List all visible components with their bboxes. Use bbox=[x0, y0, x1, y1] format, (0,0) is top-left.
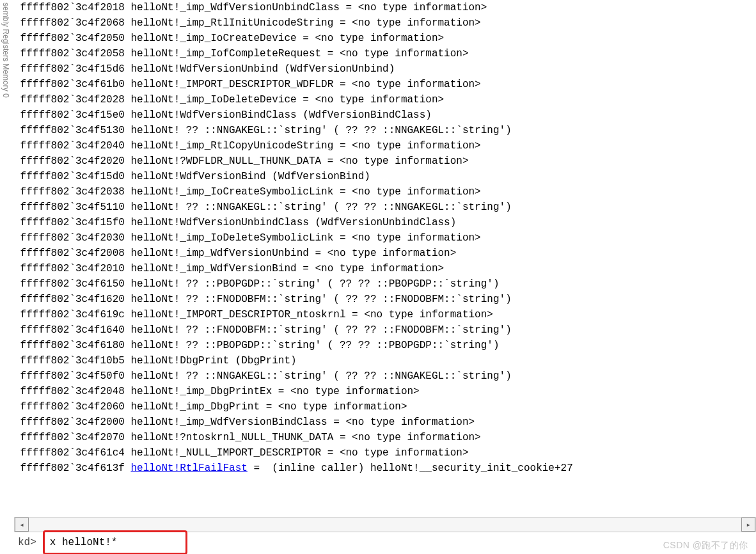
output-line: fffff802`3c4f2028 helloNt!_imp_IoDeleteD… bbox=[14, 92, 756, 107]
output-line: fffff802`3c4f2038 helloNt!_imp_IoCreateS… bbox=[14, 184, 756, 200]
output-line: fffff802`3c4f2040 helloNt!_imp_RtlCopyUn… bbox=[14, 138, 756, 154]
output-line: fffff802`3c4f15d6 helloNt!WdfVersionUnbi… bbox=[14, 61, 756, 77]
triangle-left-icon: ◂ bbox=[19, 520, 24, 530]
output-line: fffff802`3c4f2030 helloNt!_imp_IoDeleteS… bbox=[14, 230, 756, 246]
command-output-area[interactable]: fffff802`3c4f2018 helloNt!_imp_WdfVersio… bbox=[14, 0, 756, 516]
output-line: fffff802`3c4f619c helloNt!_IMPORT_DESCRI… bbox=[14, 307, 756, 322]
triangle-right-icon: ▸ bbox=[746, 520, 750, 530]
sidebar-vertical-label: sembly Registers Memory 0 bbox=[0, 0, 10, 194]
command-input-highlight bbox=[43, 530, 187, 554]
output-line: fffff802`3c4f2000 helloNt!_imp_WdfVersio… bbox=[14, 415, 756, 430]
output-line: fffff802`3c4f613f helloNt!RtlFailFast = … bbox=[14, 461, 756, 476]
output-line: fffff802`3c4f61c4 helloNt!_NULL_IMPORT_D… bbox=[14, 445, 756, 461]
scroll-left-button[interactable]: ◂ bbox=[15, 518, 29, 532]
output-line: fffff802`3c4f15e0 helloNt!WdfVersionBind… bbox=[14, 107, 756, 123]
output-line: fffff802`3c4f6150 helloNt! ?? ::PBOPGDP:… bbox=[14, 276, 756, 292]
output-line: fffff802`3c4f2068 helloNt!_imp_RtlInitUn… bbox=[14, 15, 756, 31]
watermark-text: CSDN @跑不了的你 bbox=[663, 540, 748, 551]
output-line: fffff802`3c4f2008 helloNt!_imp_WdfVersio… bbox=[14, 246, 756, 261]
output-line: fffff802`3c4f5130 helloNt! ?? ::NNGAKEGL… bbox=[14, 123, 756, 138]
scroll-track[interactable] bbox=[29, 518, 741, 531]
output-line: fffff802`3c4f2070 helloNt!?ntoskrnl_NULL… bbox=[14, 430, 756, 445]
output-line: fffff802`3c4f1620 helloNt! ?? ::FNODOBFM… bbox=[14, 292, 756, 307]
output-line: fffff802`3c4f2058 helloNt!_imp_IofComple… bbox=[14, 46, 756, 61]
output-line: fffff802`3c4f2010 helloNt!_imp_WdfVersio… bbox=[14, 261, 756, 276]
output-line: fffff802`3c4f5110 helloNt! ?? ::NNGAKEGL… bbox=[14, 200, 756, 215]
output-line: fffff802`3c4f2050 helloNt!_imp_IoCreateD… bbox=[14, 31, 756, 46]
prompt-label: kd> bbox=[14, 537, 40, 548]
output-line: fffff802`3c4f2020 helloNt!?WDFLDR_NULL_T… bbox=[14, 154, 756, 169]
output-line: fffff802`3c4f15f0 helloNt!WdfVersionUnbi… bbox=[14, 215, 756, 230]
output-line: fffff802`3c4f10b5 helloNt!DbgPrint (DbgP… bbox=[14, 353, 756, 368]
output-line: fffff802`3c4f6180 helloNt! ?? ::PBOPGDP:… bbox=[14, 338, 756, 353]
output-line: fffff802`3c4f50f0 helloNt! ?? ::NNGAKEGL… bbox=[14, 368, 756, 384]
output-line: fffff802`3c4f2048 helloNt!_imp_DbgPrintE… bbox=[14, 384, 756, 399]
symbol-link[interactable]: helloNt!RtlFailFast bbox=[130, 463, 247, 474]
command-input[interactable] bbox=[45, 532, 185, 553]
command-prompt-row: kd> bbox=[14, 534, 756, 551]
output-line: fffff802`3c4f15d0 helloNt!WdfVersionBind… bbox=[14, 169, 756, 184]
output-line: fffff802`3c4f2060 helloNt!_imp_DbgPrint … bbox=[14, 399, 756, 415]
output-line: fffff802`3c4f2018 helloNt!_imp_WdfVersio… bbox=[14, 0, 756, 15]
scroll-right-button[interactable]: ▸ bbox=[741, 518, 755, 532]
output-line: fffff802`3c4f1640 helloNt! ?? ::FNODOBFM… bbox=[14, 322, 756, 338]
output-line: fffff802`3c4f61b0 helloNt!_IMPORT_DESCRI… bbox=[14, 77, 756, 92]
